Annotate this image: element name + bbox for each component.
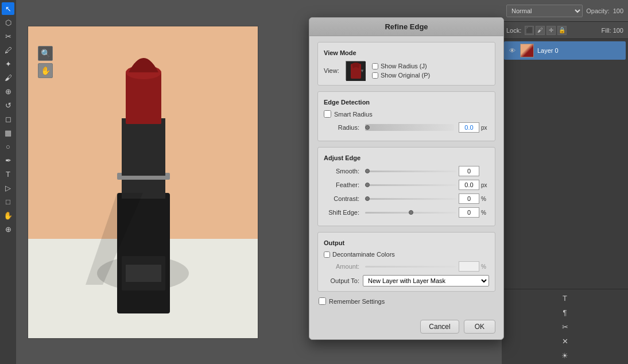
view-mode-header: View Mode: [324, 49, 489, 56]
canvas-area: 🔍 ✋ 🖌 Refine Edge View Mode View:: [16, 0, 502, 364]
layer-item-0[interactable]: 👁 Layer 0: [504, 41, 626, 60]
decontaminate-checkbox[interactable]: [324, 251, 330, 258]
smooth-label: Smooth:: [324, 168, 363, 175]
dialog-buttons: Cancel OK: [309, 316, 503, 339]
shift-edge-unit: %: [481, 210, 489, 216]
smart-radius-checkbox[interactable]: [324, 110, 331, 118]
canvas-image: [28, 26, 258, 339]
lock-image-btn[interactable]: 🖌: [536, 26, 545, 35]
svg-rect-7: [126, 72, 161, 124]
zoom-tool[interactable]: ⊕: [2, 223, 14, 235]
remember-settings-row: Remember Settings: [317, 297, 495, 305]
crop-tool[interactable]: ✂: [2, 30, 14, 42]
opacity-label: Opacity:: [586, 7, 609, 14]
feather-unit: px: [481, 182, 489, 188]
smooth-value-input[interactable]: [459, 166, 479, 176]
amount-label: Amount:: [324, 263, 363, 270]
move-tool[interactable]: ↖: [2, 2, 14, 15]
edge-detection-section: Edge Detection Smart Radius Radius:: [317, 91, 495, 141]
contrast-label: Contrast:: [324, 195, 363, 202]
show-radius-label: Show Radius (J): [381, 63, 427, 69]
feather-row: Feather: px: [324, 180, 489, 190]
amount-unit: %: [481, 264, 489, 270]
heal-tool[interactable]: ✦: [2, 57, 14, 70]
right-tool-5[interactable]: ☀: [559, 349, 571, 362]
canvas-tools: 🔍 ✋: [38, 46, 53, 78]
right-tool-1[interactable]: T: [559, 292, 571, 304]
show-original-label: Show Original (P): [381, 72, 430, 79]
smooth-row: Smooth:: [324, 166, 489, 176]
gradient-tool[interactable]: ▦: [2, 126, 14, 139]
feather-label: Feather:: [324, 181, 363, 188]
amount-value-input[interactable]: [459, 261, 479, 272]
svg-rect-10: [126, 265, 161, 282]
output-header: Output: [324, 239, 489, 246]
output-section: Output Decontaminate Colors Amount:: [317, 232, 495, 292]
lasso-tool[interactable]: ⬡: [2, 16, 14, 29]
fill-label: Fill: 100: [601, 27, 623, 34]
contrast-value-input[interactable]: [459, 193, 479, 204]
clone-tool[interactable]: ⊕: [2, 85, 14, 98]
dialog-titlebar: Refine Edge: [309, 18, 503, 36]
view-label: View:: [324, 67, 341, 74]
adjust-edge-header: Adjust Edge: [324, 154, 489, 161]
svg-rect-6: [122, 118, 165, 176]
adjust-edge-section: Adjust Edge Smooth:: [317, 147, 495, 226]
refine-edge-dialog: Refine Edge View Mode View:: [309, 17, 504, 340]
smart-radius-label: Smart Radius: [334, 111, 373, 118]
edge-detection-header: Edge Detection: [324, 99, 489, 106]
right-tool-2[interactable]: ¶: [559, 306, 571, 319]
radius-unit: px: [481, 125, 489, 131]
layer-visibility-eye[interactable]: 👁: [507, 46, 517, 55]
right-tool-4[interactable]: ✕: [559, 335, 571, 347]
ok-button[interactable]: OK: [464, 320, 495, 334]
smart-radius-row: Smart Radius: [324, 110, 489, 118]
remember-settings-checkbox[interactable]: [319, 297, 326, 305]
lock-bar: Lock: ⬛ 🖌 ✛ 🔒 Fill: 100: [502, 22, 628, 39]
view-checkboxes: Show Radius (J) Show Original (P): [372, 63, 430, 79]
lock-all-btn[interactable]: 🔒: [557, 26, 567, 35]
show-original-checkbox[interactable]: [372, 72, 378, 79]
hand-tool[interactable]: ✋: [2, 209, 14, 222]
cancel-button[interactable]: Cancel: [420, 320, 459, 334]
path-tool[interactable]: ▷: [2, 181, 14, 194]
shift-edge-row: Shift Edge: %: [324, 207, 489, 218]
opacity-value: 100: [613, 7, 623, 14]
contrast-row: Contrast: %: [324, 193, 489, 204]
output-dropdown[interactable]: New Layer with Layer Mask New Layer Laye…: [363, 275, 489, 286]
output-to-label: Output To:: [324, 277, 359, 284]
feather-value-input[interactable]: [459, 180, 479, 190]
contrast-unit: %: [481, 196, 489, 202]
hand-canvas-tool-btn[interactable]: ✋: [38, 63, 53, 78]
output-to-row: Output To: New Layer with Layer Mask New…: [324, 275, 489, 286]
right-panel: Normal Multiply Screen Opacity: 100 Lock…: [502, 0, 628, 364]
lock-position-btn[interactable]: ✛: [546, 26, 556, 35]
shape-tool[interactable]: □: [2, 195, 14, 208]
mode-opacity-bar: Normal Multiply Screen Opacity: 100: [502, 0, 628, 22]
eyedropper-tool[interactable]: 🖊: [2, 44, 14, 56]
radius-value-input[interactable]: [459, 122, 479, 133]
pen-tool[interactable]: ✒: [2, 154, 14, 166]
layer-thumbnail: [520, 44, 534, 57]
brush-tool[interactable]: 🖌: [2, 71, 14, 84]
layer-name: Layer 0: [537, 47, 559, 54]
remember-settings-label: Remember Settings: [329, 298, 385, 305]
magnify-tool-btn[interactable]: 🔍: [38, 46, 53, 61]
dialog-title: Refine Edge: [385, 22, 428, 31]
eraser-tool[interactable]: ◻: [2, 113, 14, 125]
lock-transparent-btn[interactable]: ⬛: [525, 26, 534, 35]
left-toolbar: ↖ ⬡ ✂ 🖊 ✦ 🖌 ⊕ ↺ ◻ ▦ ○ ✒ T ▷ □ ✋ ⊕: [0, 0, 16, 364]
type-tool[interactable]: T: [2, 168, 14, 180]
radius-label: Radius:: [324, 124, 363, 131]
show-radius-checkbox[interactable]: [372, 63, 378, 69]
shift-edge-label: Shift Edge:: [324, 209, 363, 216]
right-tool-3[interactable]: ✂: [559, 320, 571, 333]
lock-label: Lock:: [506, 27, 521, 34]
shift-edge-value-input[interactable]: [459, 207, 479, 218]
amount-row: Amount: %: [324, 261, 489, 272]
history-tool[interactable]: ↺: [2, 99, 14, 111]
dodge-tool[interactable]: ○: [2, 140, 14, 153]
view-mode-section: View Mode View:: [317, 42, 495, 86]
decontaminate-label: Decontaminate Colors: [332, 251, 395, 258]
blend-mode-select[interactable]: Normal Multiply Screen: [506, 5, 583, 17]
